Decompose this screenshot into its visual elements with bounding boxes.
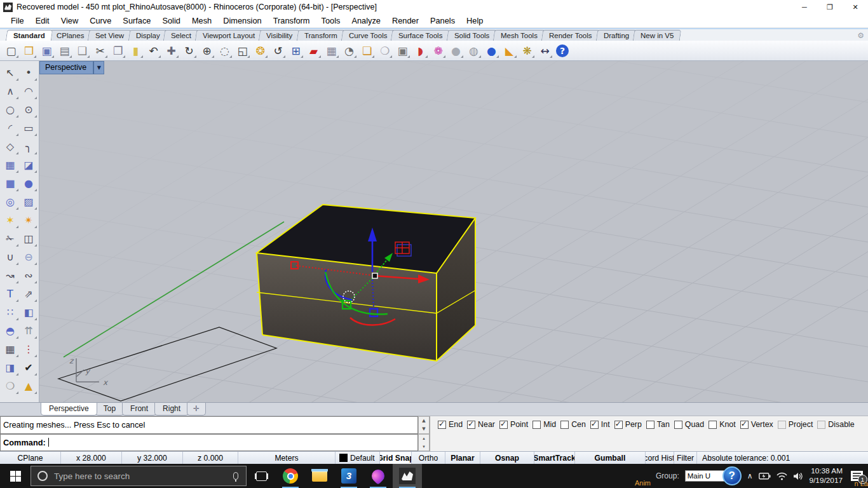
- toolbar-icon[interactable]: ↺: [269, 42, 287, 59]
- osnap-toggle[interactable]: End: [438, 420, 463, 429]
- toolbar-icon[interactable]: ❋: [519, 42, 536, 59]
- taskbar-app-icon[interactable]: [334, 464, 363, 488]
- viewport-tab[interactable]: Perspective: [41, 403, 97, 416]
- sidebar-tool-icon[interactable]: ▲: [20, 377, 38, 395]
- sidebar-tool-icon[interactable]: T: [1, 285, 20, 303]
- sidebar-tool-icon[interactable]: ∷: [1, 303, 20, 322]
- menu-item[interactable]: Curve: [84, 14, 117, 27]
- toolbar-tab[interactable]: Viewport Layout: [195, 30, 263, 41]
- viewport-tab[interactable]: Front: [122, 403, 156, 416]
- osnap-toggle[interactable]: Project: [778, 420, 813, 429]
- menu-item[interactable]: Surface: [117, 14, 156, 27]
- sidebar-tool-icon[interactable]: ◫: [20, 229, 38, 248]
- command-spinner[interactable]: ▴ ▾: [418, 434, 430, 452]
- taskbar-app-icon[interactable]: [305, 464, 334, 488]
- command-history-scrollbar[interactable]: ▲ ▼: [418, 416, 430, 434]
- toolbar-icon[interactable]: ◣: [501, 42, 518, 59]
- sidebar-tool-icon[interactable]: ▭: [20, 119, 38, 137]
- gear-icon[interactable]: ⚙: [857, 31, 864, 40]
- toolbar-icon[interactable]: ▣: [38, 42, 55, 59]
- toolbar-tab[interactable]: Surface Tools: [391, 30, 451, 41]
- status-cell[interactable]: Gumball: [575, 452, 646, 464]
- wifi-icon[interactable]: [776, 472, 787, 480]
- osnap-toggle[interactable]: Quad: [674, 420, 704, 429]
- checkbox[interactable]: [778, 421, 786, 429]
- sidebar-tool-icon[interactable]: ⇈: [20, 322, 38, 340]
- selected-box[interactable]: [257, 205, 475, 361]
- sidebar-tool-icon[interactable]: ↝: [1, 266, 20, 285]
- perspective-viewport[interactable]: Perspective ▼: [39, 61, 868, 402]
- toolbar-tab[interactable]: Transform: [297, 30, 345, 41]
- checkbox[interactable]: [614, 421, 623, 429]
- toolbar-icon[interactable]: ❍: [376, 42, 393, 59]
- toolbar-tab[interactable]: CPlanes: [49, 30, 92, 41]
- sidebar-tool-icon[interactable]: ◧: [20, 303, 38, 322]
- toolbar-icon[interactable]: ❂: [252, 42, 269, 59]
- help-bubble-icon[interactable]: ?: [722, 466, 742, 485]
- status-cell[interactable]: z 0.000: [183, 452, 238, 464]
- sidebar-tool-icon[interactable]: ◨: [1, 358, 20, 377]
- sidebar-tool-icon[interactable]: ❍: [1, 377, 20, 395]
- toolbar-icon[interactable]: ?: [556, 44, 569, 57]
- status-cell[interactable]: CPlane: [0, 452, 61, 464]
- status-cell[interactable]: Osnap: [480, 452, 534, 464]
- toolbar-icon[interactable]: ●: [483, 42, 500, 59]
- status-cell[interactable]: Absolute tolerance: 0.001: [697, 452, 868, 464]
- sidebar-tool-icon[interactable]: ◇: [1, 137, 20, 156]
- toolbar-icon[interactable]: ▦: [323, 42, 340, 59]
- osnap-toggle[interactable]: Point: [499, 420, 528, 429]
- toolbar-icon[interactable]: ❐: [109, 42, 126, 59]
- toolbar-icon[interactable]: ▢: [3, 42, 20, 59]
- toolbar-tab[interactable]: Render Tools: [541, 30, 600, 41]
- clock[interactable]: 10:38 AM 9/19/2017: [810, 466, 843, 485]
- search-input[interactable]: [54, 471, 227, 481]
- toolbar-icon[interactable]: ◔: [341, 42, 358, 59]
- taskbar-app-icon[interactable]: [393, 464, 422, 488]
- viewport-title-tab[interactable]: Perspective ▼: [39, 61, 104, 74]
- menu-item[interactable]: Analyze: [346, 14, 386, 27]
- toolbar-icon[interactable]: ⊞: [287, 42, 304, 59]
- toolbar-icon[interactable]: ❏: [358, 42, 376, 59]
- checkbox[interactable]: [646, 421, 654, 429]
- status-cell[interactable]: y 32.000: [122, 452, 183, 464]
- taskbar-app-icon[interactable]: [247, 464, 276, 488]
- menu-item[interactable]: Render: [386, 14, 424, 27]
- toolbar-icon[interactable]: ✂: [92, 42, 109, 59]
- status-cell[interactable]: Grid Snap: [380, 452, 412, 464]
- toolbar-icon[interactable]: ◌: [216, 42, 233, 59]
- menu-item[interactable]: Edit: [30, 14, 55, 27]
- minimize-button[interactable]: ─: [792, 0, 817, 14]
- toolbar-icon[interactable]: ↔: [536, 42, 553, 59]
- toolbar-tab[interactable]: Solid Tools: [447, 30, 498, 41]
- viewport-tab[interactable]: Right: [154, 403, 189, 416]
- toolbar-icon[interactable]: ✚: [163, 42, 180, 59]
- status-cell[interactable]: Default: [336, 452, 380, 464]
- menu-item[interactable]: Mesh: [186, 14, 217, 27]
- start-button[interactable]: [0, 464, 31, 488]
- sidebar-tool-icon[interactable]: ∧: [1, 82, 20, 100]
- taskbar-app-icon[interactable]: [363, 464, 393, 488]
- osnap-toggle[interactable]: Perp: [614, 420, 642, 429]
- checkbox[interactable]: [590, 421, 599, 429]
- status-cell[interactable]: Planar: [445, 452, 480, 464]
- sidebar-tool-icon[interactable]: ✁: [1, 229, 20, 248]
- osnap-toggle[interactable]: Near: [467, 420, 495, 429]
- sidebar-tool-icon[interactable]: ○: [1, 100, 20, 119]
- toolbar-tab[interactable]: Drafting: [595, 30, 637, 41]
- sidebar-tool-icon[interactable]: ⇗: [20, 285, 38, 303]
- osnap-toggle[interactable]: Vertex: [740, 420, 773, 429]
- status-cell[interactable]: x 28.000: [61, 452, 122, 464]
- sidebar-tool-icon[interactable]: ◎: [1, 193, 20, 211]
- checkbox[interactable]: [817, 421, 825, 429]
- toolbar-tab[interactable]: Curve Tools: [341, 30, 395, 41]
- checkbox[interactable]: [560, 421, 569, 429]
- sidebar-tool-icon[interactable]: ⊙: [20, 100, 38, 119]
- osnap-toggle[interactable]: Mid: [532, 420, 556, 429]
- toolbar-tab[interactable]: Set View: [88, 30, 132, 41]
- menu-item[interactable]: Tools: [316, 14, 346, 27]
- tray-chevron-icon[interactable]: ∧: [747, 471, 753, 480]
- toolbar-tab[interactable]: Mesh Tools: [493, 30, 545, 41]
- toolbar-icon[interactable]: ❁: [430, 42, 447, 59]
- command-input[interactable]: Command:: [0, 434, 418, 452]
- close-button[interactable]: ✕: [843, 0, 868, 14]
